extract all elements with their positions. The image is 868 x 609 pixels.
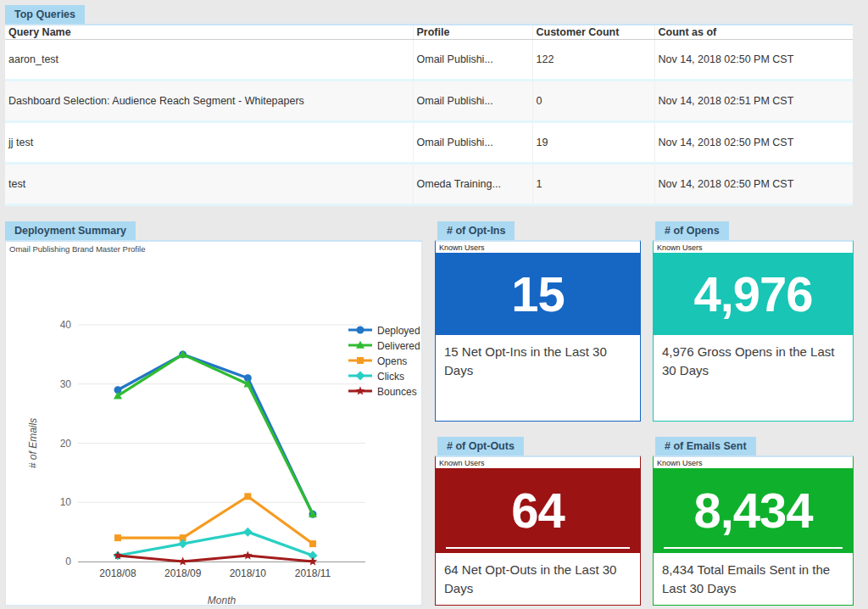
opt-ins-value: 15 xyxy=(511,270,565,319)
opt-outs-card: Known Users 64 64 Net Opt-Outs in the La… xyxy=(435,455,641,606)
series-clicks[interactable] xyxy=(114,528,318,561)
known-users-label: Known Users xyxy=(654,457,853,468)
cell-count-as-of: Nov 14, 2018 02:51 PM CST xyxy=(654,81,853,122)
emails-sent-value: 8,434 xyxy=(693,486,812,535)
cell-profile: Omail Publishi... xyxy=(413,122,532,164)
svg-text:Opens: Opens xyxy=(377,355,407,367)
svg-text:Delivered: Delivered xyxy=(377,340,420,352)
top-queries-panel: Query Name Profile Customer Count Count … xyxy=(5,24,853,204)
svg-text:20: 20 xyxy=(60,438,72,450)
known-users-label: Known Users xyxy=(436,457,640,468)
svg-text:Month: Month xyxy=(208,595,236,606)
svg-text:Clicks: Clicks xyxy=(377,371,404,383)
svg-text:40: 40 xyxy=(60,319,72,331)
cell-count-as-of: Nov 14, 2018 02:50 PM CST xyxy=(654,40,853,81)
cell-query-name: test xyxy=(5,164,413,205)
svg-text:2018/10: 2018/10 xyxy=(230,567,267,579)
legend-item-opens[interactable]: Opens xyxy=(348,355,407,367)
cell-profile: Omeda Training... xyxy=(413,164,532,205)
series-deployed[interactable] xyxy=(114,350,317,517)
tab-top-queries[interactable]: Top Queries xyxy=(5,5,85,24)
cell-query-name: Dashboard Selection: Audience Reach Segm… xyxy=(5,81,413,122)
opt-ins-value-block: 15 xyxy=(436,253,640,335)
cell-profile: Omail Publishi... xyxy=(413,40,532,81)
column-header-profile[interactable]: Profile xyxy=(413,25,532,40)
svg-text:# of Emails: # of Emails xyxy=(27,418,39,468)
svg-text:0: 0 xyxy=(65,556,71,567)
tab-num-opt-outs[interactable]: # of Opt-Outs xyxy=(437,437,524,455)
opt-outs-value-block: 64 xyxy=(436,468,640,553)
column-header-query-name[interactable]: Query Name xyxy=(5,25,413,40)
opt-ins-card: Known Users 15 15 Net Opt-Ins in the Las… xyxy=(435,240,641,422)
svg-text:10: 10 xyxy=(60,496,72,508)
svg-text:2018/08: 2018/08 xyxy=(99,567,136,579)
svg-text:30: 30 xyxy=(60,378,72,390)
opens-card: Known Users 4,976 4,976 Gross Opens in t… xyxy=(653,240,854,422)
cell-query-name: jj test xyxy=(5,122,413,164)
legend-item-bounces[interactable]: Bounces xyxy=(348,386,417,398)
table-row[interactable]: test Omeda Training... 1 Nov 14, 2018 02… xyxy=(5,164,853,205)
column-header-count-as-of[interactable]: Count as of xyxy=(654,25,853,40)
dashboard: { "theme": { "page_bg": "#E9E9E9", "tab_… xyxy=(0,0,868,609)
legend-item-deployed[interactable]: Deployed xyxy=(348,325,420,337)
table-row[interactable]: jj test Omail Publishi... 19 Nov 14, 201… xyxy=(5,122,853,164)
known-users-label: Known Users xyxy=(654,242,853,253)
opt-outs-caption: 64 Net Opt-Outs in the Last 30 Days xyxy=(436,553,640,598)
tab-num-opens[interactable]: # of Opens xyxy=(655,221,729,240)
cell-query-name: aaron_test xyxy=(5,40,413,81)
cell-customer-count: 0 xyxy=(532,81,654,122)
svg-text:2018/09: 2018/09 xyxy=(164,567,202,579)
cell-customer-count: 122 xyxy=(532,40,654,81)
opens-value: 4,976 xyxy=(693,270,812,319)
emails-sent-value-block: 8,434 xyxy=(654,468,853,553)
known-users-label: Known Users xyxy=(436,242,640,253)
opens-value-block: 4,976 xyxy=(654,253,853,335)
svg-text:Bounces: Bounces xyxy=(377,386,417,398)
chart-profile-title: Omail Publishing Brand Master Profile xyxy=(6,242,421,254)
cell-profile: Omail Publishi... xyxy=(413,81,532,122)
opt-outs-value: 64 xyxy=(511,486,565,535)
column-header-customer-count[interactable]: Customer Count xyxy=(532,25,654,40)
deployment-summary-chart[interactable]: 0102030402018/082018/092018/102018/11Dep… xyxy=(6,254,421,606)
legend-item-clicks[interactable]: Clicks xyxy=(348,371,404,383)
cell-count-as-of: Nov 14, 2018 02:50 PM CST xyxy=(654,122,853,164)
opt-ins-caption: 15 Net Opt-Ins in the Last 30 Days xyxy=(436,335,640,380)
top-queries-table: Query Name Profile Customer Count Count … xyxy=(5,25,853,206)
cell-count-as-of: Nov 14, 2018 02:50 PM CST xyxy=(654,164,853,205)
table-row[interactable]: Dashboard Selection: Audience Reach Segm… xyxy=(5,81,853,122)
svg-text:2018/11: 2018/11 xyxy=(295,567,331,579)
tab-num-opt-ins[interactable]: # of Opt-Ins xyxy=(437,221,515,240)
emails-sent-card: Known Users 8,434 8,434 Total Emails Sen… xyxy=(653,455,854,606)
emails-sent-caption: 8,434 Total Emails Sent in the Last 30 D… xyxy=(654,553,853,598)
opens-caption: 4,976 Gross Opens in the Last 30 Days xyxy=(654,335,853,380)
tab-deployment-summary[interactable]: Deployment Summary xyxy=(5,221,136,240)
legend-item-delivered[interactable]: Delivered xyxy=(348,340,420,352)
deployment-summary-panel: Omail Publishing Brand Master Profile 01… xyxy=(5,240,422,606)
svg-text:Deployed: Deployed xyxy=(377,325,420,337)
table-header-row: Query Name Profile Customer Count Count … xyxy=(5,25,853,40)
cell-customer-count: 19 xyxy=(532,122,654,164)
tab-num-emails-sent[interactable]: # of Emails Sent xyxy=(655,437,756,455)
table-row[interactable]: aaron_test Omail Publishi... 122 Nov 14,… xyxy=(5,40,853,81)
cell-customer-count: 1 xyxy=(532,164,654,205)
series-bounces[interactable] xyxy=(114,550,318,565)
